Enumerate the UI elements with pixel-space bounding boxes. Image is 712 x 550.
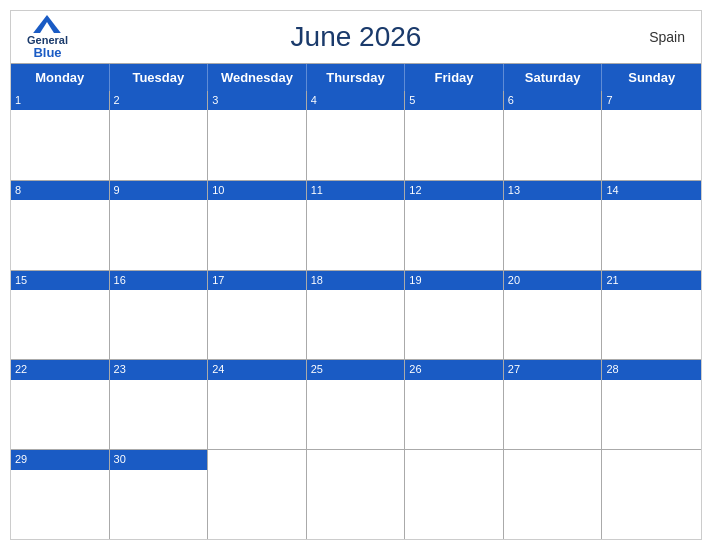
day-cell-body <box>307 454 405 539</box>
day-cell-0-0: 1 <box>11 91 110 180</box>
day-header-thursday: Thursday <box>307 64 406 91</box>
day-cell-body <box>504 454 602 539</box>
country-label: Spain <box>649 29 685 45</box>
day-number: 1 <box>11 91 109 110</box>
day-cell-0-3: 4 <box>307 91 406 180</box>
day-number: 23 <box>110 360 208 379</box>
day-number: 12 <box>405 181 503 200</box>
day-header-friday: Friday <box>405 64 504 91</box>
day-cell-body <box>110 200 208 269</box>
day-cell-body <box>307 110 405 179</box>
weeks-container: 1234567891011121314151617181920212223242… <box>11 91 701 539</box>
day-cell-body <box>307 290 405 359</box>
day-cell-4-0: 29 <box>11 450 110 539</box>
day-header-saturday: Saturday <box>504 64 603 91</box>
day-cell-3-6: 28 <box>602 360 701 449</box>
day-number: 7 <box>602 91 701 110</box>
day-cell-1-0: 8 <box>11 181 110 270</box>
day-number: 25 <box>307 360 405 379</box>
day-cell-body <box>110 110 208 179</box>
week-row-3: 15161718192021 <box>11 271 701 361</box>
day-cell-2-3: 18 <box>307 271 406 360</box>
day-number: 15 <box>11 271 109 290</box>
day-cell-0-6: 7 <box>602 91 701 180</box>
day-cell-body <box>504 110 602 179</box>
day-cell-3-4: 26 <box>405 360 504 449</box>
day-cell-4-1: 30 <box>110 450 209 539</box>
day-cell-body <box>405 454 503 539</box>
day-cell-2-6: 21 <box>602 271 701 360</box>
day-cell-4-4 <box>405 450 504 539</box>
day-cell-2-5: 20 <box>504 271 603 360</box>
day-number: 5 <box>405 91 503 110</box>
day-header-sunday: Sunday <box>602 64 701 91</box>
day-cell-body <box>110 470 208 539</box>
day-cell-body <box>208 454 306 539</box>
day-cell-0-1: 2 <box>110 91 209 180</box>
day-cell-body <box>307 200 405 269</box>
day-cell-3-2: 24 <box>208 360 307 449</box>
week-row-4: 22232425262728 <box>11 360 701 450</box>
day-cell-4-5 <box>504 450 603 539</box>
day-cell-0-4: 5 <box>405 91 504 180</box>
day-headers: Monday Tuesday Wednesday Thursday Friday… <box>11 64 701 91</box>
day-number: 9 <box>110 181 208 200</box>
day-number: 8 <box>11 181 109 200</box>
logo-icon <box>33 15 61 33</box>
day-cell-1-5: 13 <box>504 181 603 270</box>
calendar: General Blue June 2026 Spain Monday Tues… <box>10 10 702 540</box>
day-cell-body <box>110 380 208 449</box>
day-cell-body <box>208 290 306 359</box>
day-cell-body <box>602 380 701 449</box>
day-cell-1-3: 11 <box>307 181 406 270</box>
day-cell-body <box>11 110 109 179</box>
day-number: 20 <box>504 271 602 290</box>
day-cell-body <box>208 200 306 269</box>
day-cell-1-2: 10 <box>208 181 307 270</box>
calendar-grid: Monday Tuesday Wednesday Thursday Friday… <box>11 63 701 539</box>
day-header-monday: Monday <box>11 64 110 91</box>
day-cell-body <box>405 200 503 269</box>
day-number: 30 <box>110 450 208 469</box>
day-number: 18 <box>307 271 405 290</box>
day-cell-body <box>504 290 602 359</box>
day-cell-4-6 <box>602 450 701 539</box>
day-number: 10 <box>208 181 306 200</box>
day-number: 14 <box>602 181 701 200</box>
day-cell-body <box>11 470 109 539</box>
day-cell-4-3 <box>307 450 406 539</box>
day-cell-body <box>504 380 602 449</box>
day-number: 26 <box>405 360 503 379</box>
day-number: 29 <box>11 450 109 469</box>
day-number: 3 <box>208 91 306 110</box>
day-cell-body <box>11 380 109 449</box>
day-number: 24 <box>208 360 306 379</box>
day-cell-body <box>602 110 701 179</box>
day-cell-0-5: 6 <box>504 91 603 180</box>
day-cell-3-5: 27 <box>504 360 603 449</box>
day-number: 11 <box>307 181 405 200</box>
day-cell-2-1: 16 <box>110 271 209 360</box>
day-cell-0-2: 3 <box>208 91 307 180</box>
week-row-1: 1234567 <box>11 91 701 181</box>
day-cell-body <box>405 380 503 449</box>
day-cell-2-4: 19 <box>405 271 504 360</box>
logo-blue-text: Blue <box>33 46 61 59</box>
day-header-wednesday: Wednesday <box>208 64 307 91</box>
day-number: 27 <box>504 360 602 379</box>
day-number: 13 <box>504 181 602 200</box>
day-cell-3-3: 25 <box>307 360 406 449</box>
day-cell-body <box>504 200 602 269</box>
week-row-5: 2930 <box>11 450 701 539</box>
day-header-tuesday: Tuesday <box>110 64 209 91</box>
day-cell-body <box>602 200 701 269</box>
day-cell-body <box>405 290 503 359</box>
day-cell-body <box>208 380 306 449</box>
day-cell-body <box>602 290 701 359</box>
day-number: 22 <box>11 360 109 379</box>
logo: General Blue <box>27 15 68 59</box>
day-number: 28 <box>602 360 701 379</box>
day-cell-4-2 <box>208 450 307 539</box>
day-cell-body <box>11 200 109 269</box>
day-cell-1-4: 12 <box>405 181 504 270</box>
